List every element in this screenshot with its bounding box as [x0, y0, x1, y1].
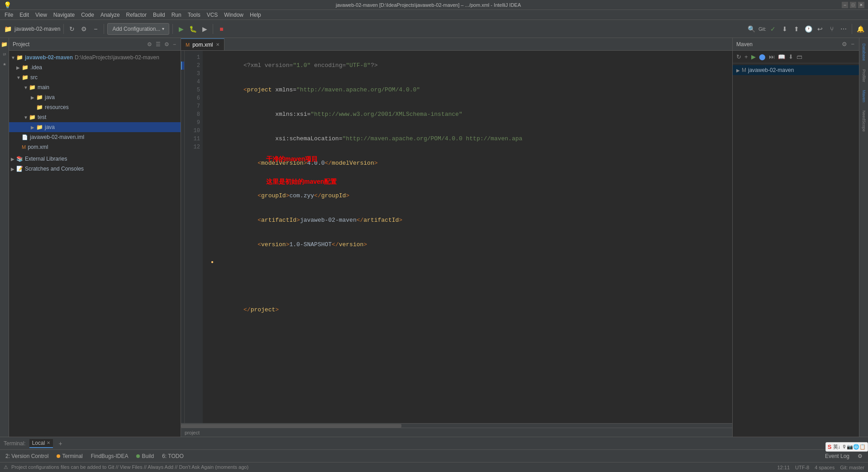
- menu-analyze[interactable]: Analyze: [98, 11, 123, 19]
- run-button[interactable]: ▶: [176, 24, 186, 34]
- editor-hscrollbar[interactable]: [181, 423, 732, 428]
- favorites-icon[interactable]: ★: [0, 60, 9, 69]
- git-branch-icon[interactable]: ⑂: [827, 24, 837, 34]
- menu-code[interactable]: Code: [78, 11, 97, 19]
- debug-button[interactable]: 🐛: [188, 24, 198, 34]
- main-java-label: java: [45, 94, 55, 100]
- maven-source-icon[interactable]: ⬇: [787, 52, 794, 61]
- terminal-tab-bottom[interactable]: Terminal: [53, 450, 86, 462]
- version-control-tab[interactable]: 2: Version Control: [2, 450, 52, 462]
- project-panel-icon[interactable]: 📁: [0, 40, 9, 49]
- menu-help[interactable]: Help: [247, 11, 264, 19]
- findbugs-tab[interactable]: FindBugs-IDEA: [87, 450, 132, 462]
- minimize-button[interactable]: –: [842, 2, 848, 8]
- maven-docs-icon[interactable]: 📖: [777, 52, 786, 61]
- maven-project-item[interactable]: ▶ M javaweb-02-maven: [733, 65, 859, 75]
- menu-build[interactable]: Build: [150, 11, 168, 19]
- event-log-tab[interactable]: Event Log: [821, 450, 853, 462]
- editor-content[interactable]: 1 2 3 4 5 6 7 8 9 10 11 12 <?xml version…: [181, 51, 732, 423]
- project-minimize-icon[interactable]: −: [172, 40, 177, 48]
- toolbar-separator-3: [172, 24, 173, 34]
- editor-hscrollbar-thumb[interactable]: [181, 424, 401, 428]
- code-line-12: </project>: [208, 298, 732, 322]
- tree-src[interactable]: ▼ 📁 src: [9, 72, 181, 82]
- project-settings-icon[interactable]: ⚙: [146, 40, 153, 48]
- tree-test-java[interactable]: ▶ 📁 java ← 用来测试: [9, 122, 181, 132]
- menu-run[interactable]: Run: [169, 11, 184, 19]
- root-arrow: ▼: [11, 55, 15, 60]
- profiler-icon[interactable]: Profiler: [859, 66, 868, 86]
- maven-panel-icon[interactable]: Maven: [859, 86, 868, 106]
- pom-tab-label: pom.xml: [192, 42, 213, 48]
- tree-scratches[interactable]: ▶ 📝 Scratches and Consoles: [9, 164, 181, 174]
- menu-window[interactable]: Window: [221, 11, 246, 19]
- maven-debug-icon[interactable]: ⬤: [758, 52, 767, 61]
- maven-project-icon: M: [742, 67, 746, 73]
- menu-tools[interactable]: Tools: [185, 11, 203, 19]
- settings-icon[interactable]: ⚙: [79, 24, 89, 34]
- sogou-lang[interactable]: 英↓: [833, 443, 841, 450]
- pom-tab-icon: M: [186, 42, 190, 48]
- add-configuration-button[interactable]: Add Configuration... ▾: [107, 23, 169, 35]
- toolbar-separator-4: [213, 24, 213, 34]
- app-icon: 💡: [4, 1, 11, 9]
- tree-pom[interactable]: M pom.xml: [9, 142, 181, 152]
- editor-tab-pom[interactable]: M pom.xml ✕: [181, 38, 224, 50]
- terminal-add-button[interactable]: +: [57, 440, 64, 447]
- pom-tab-close[interactable]: ✕: [216, 42, 219, 47]
- minus-icon[interactable]: −: [91, 24, 100, 34]
- local-tab-close[interactable]: ✕: [47, 440, 50, 445]
- maven-skip-icon[interactable]: ⏭: [768, 52, 776, 61]
- git-update-icon[interactable]: ⬇: [780, 24, 790, 34]
- git-check-icon[interactable]: ✓: [768, 24, 778, 34]
- git-push-icon[interactable]: ⬆: [792, 24, 801, 34]
- sogou-icon[interactable]: S: [828, 443, 832, 450]
- build-tab[interactable]: Build: [133, 450, 157, 462]
- search-everywhere-icon[interactable]: 🔍: [747, 24, 757, 34]
- maven-repos-icon[interactable]: 🗃: [796, 52, 803, 61]
- sync-icon[interactable]: ↻: [67, 24, 77, 34]
- menu-view[interactable]: View: [33, 11, 50, 19]
- git-history-icon[interactable]: 🕐: [803, 24, 813, 34]
- idea-arrow: ▶: [16, 65, 21, 70]
- menu-edit[interactable]: Edit: [17, 11, 32, 19]
- tree-iml[interactable]: 📄 javaweb-02-maven.iml: [9, 132, 181, 142]
- menu-refactor[interactable]: Refactor: [124, 11, 149, 19]
- menu-vcs[interactable]: VCS: [204, 11, 221, 19]
- main-folder-icon: 📁: [29, 84, 36, 91]
- menu-navigate[interactable]: Navigate: [51, 11, 77, 19]
- tree-ext-libs[interactable]: ▶ 📚 External Libraries: [9, 154, 181, 164]
- terminal-local-tab[interactable]: Local ✕: [29, 439, 53, 448]
- test-java-label: java: [45, 124, 55, 130]
- menu-file[interactable]: File: [2, 11, 16, 19]
- project-layout-icon[interactable]: ☰: [155, 40, 162, 48]
- maven-minimize-icon[interactable]: −: [850, 40, 855, 48]
- todo-tab[interactable]: 6: TODO: [158, 450, 187, 462]
- notifications-icon[interactable]: 🔔: [855, 24, 865, 34]
- settings-bottom-icon[interactable]: ⚙: [854, 450, 866, 462]
- tree-main-java[interactable]: ▶ 📁 java ← 代码存放配置: [9, 92, 181, 102]
- tree-root[interactable]: ▼ 📁 javaweb-02-maven D:\IdeaProjects\jav…: [9, 52, 181, 62]
- tree-idea[interactable]: ▶ 📁 .idea: [9, 62, 181, 72]
- git-more-icon[interactable]: ⋯: [839, 24, 849, 34]
- close-button[interactable]: ✕: [858, 2, 864, 8]
- maven-settings-icon[interactable]: ⚙: [841, 40, 848, 48]
- git-revert-icon[interactable]: ↩: [815, 24, 825, 34]
- local-tab-label: Local: [32, 440, 45, 446]
- menu-bar: File Edit View Navigate Code Analyze Ref…: [0, 10, 868, 20]
- project-settings2-icon[interactable]: ⚙: [163, 40, 170, 48]
- database-panel-icon[interactable]: Database: [859, 40, 868, 65]
- tree-main[interactable]: ▼ 📁 main: [9, 82, 181, 92]
- code-editor[interactable]: <?xml version="1.0" encoding="UTF-8"?> <…: [203, 51, 732, 423]
- ext-libs-icon: 📚: [16, 156, 23, 162]
- maven-add-icon[interactable]: +: [744, 52, 749, 61]
- structure-icon[interactable]: S: [0, 50, 9, 59]
- tree-resources[interactable]: 📁 resources ← 配置文件存放位置: [9, 102, 181, 112]
- tree-test[interactable]: ▼ 📁 test: [9, 112, 181, 122]
- maven-run-icon[interactable]: ▶: [750, 52, 757, 61]
- needscope-icon[interactable]: NeedScope: [859, 107, 868, 135]
- maven-refresh-icon[interactable]: ↻: [735, 52, 742, 61]
- maximize-button[interactable]: □: [850, 2, 856, 8]
- run-coverage-button[interactable]: ▶: [200, 24, 210, 34]
- stop-button[interactable]: ■: [216, 24, 226, 34]
